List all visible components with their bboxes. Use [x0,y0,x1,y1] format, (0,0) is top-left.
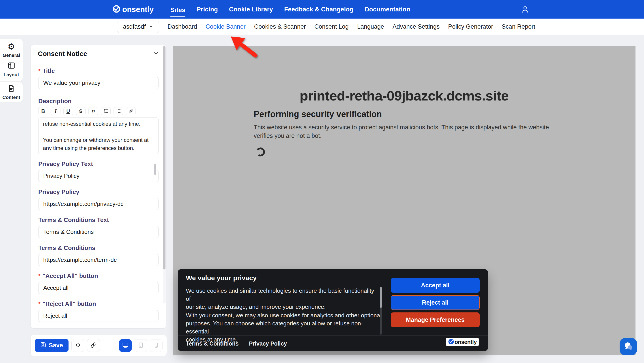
site-selector-dropdown[interactable]: asdfasdf [117,20,159,33]
reject-all-input[interactable] [38,310,158,322]
unordered-list-button[interactable] [114,107,123,115]
save-floppy-icon [40,342,46,349]
loading-spinner [255,147,266,157]
copy-link-button[interactable] [87,339,100,352]
gear-icon: ⚙ [8,42,15,51]
link-icon [128,108,134,114]
nav-item-feedback-changelog[interactable]: Feedback & Changelog [284,4,354,14]
cookie-consent-banner: We value your privacy We use cookies and… [178,269,488,351]
reject-all-field: * "Reject All" button [38,301,158,322]
bold-icon: B [41,108,45,114]
privacy-policy-url-input[interactable] [38,198,158,210]
bold-button[interactable]: B [38,107,48,115]
rail-item-general[interactable]: ⚙ General [2,42,20,58]
banner-scrollbar-thumb[interactable] [380,287,382,308]
nav-item-cookie-library[interactable]: Cookie Library [229,4,273,14]
document-icon [8,85,15,93]
link-icon [91,342,96,349]
rail-label-general: General [2,53,20,58]
consently-c-check-icon [112,4,121,14]
nav-item-pricing[interactable]: Pricing [196,4,218,14]
blockquote-icon: ” [91,108,95,114]
tab-cookie-banner[interactable]: Cookie Banner [206,23,246,30]
tab-consent-log[interactable]: Consent Log [314,23,349,30]
nav-item-sites[interactable]: Sites [170,5,186,16]
banner-footer-divider [178,336,488,336]
preview-device-toggle [119,339,162,352]
banner-paragraph-1: We use cookies and similar technologies … [186,287,378,311]
privacy-policy-text-label: Privacy Policy Text [38,161,158,168]
tablet-icon [138,342,144,349]
italic-button[interactable]: I [51,107,60,115]
nav-item-documentation[interactable]: Documentation [365,4,410,14]
tab-policy-generator[interactable]: Policy Generator [448,23,493,30]
banner-buttons: Accept all Reject all Manage Preferences [391,278,480,327]
terms-text-input[interactable] [38,226,158,238]
banner-scrollbar-track[interactable] [380,287,382,335]
consent-notice-panel: Consent Notice * Title Description [31,45,166,328]
preview-site-title: printed-retha-09jbazck.dcms.site [173,88,636,104]
consently-c-check-icon [448,339,454,346]
chat-launcher-button[interactable] [620,338,637,356]
banner-manage-preferences-button[interactable]: Manage Preferences [391,313,480,327]
rail-item-content[interactable]: Content [2,85,20,100]
panel-scrollbar-track[interactable] [163,46,166,304]
chevron-down-icon[interactable] [153,50,159,57]
consently-logo[interactable]: onsently [112,0,154,18]
banner-privacy-link[interactable]: Privacy Policy [249,341,287,347]
title-input[interactable] [38,77,158,89]
banner-accept-all-button[interactable]: Accept all [391,278,480,293]
panel-title: Consent Notice [38,50,87,57]
rail-item-layout[interactable]: Layout [4,61,19,77]
link-button[interactable] [126,107,136,115]
save-button[interactable]: Save [35,339,68,352]
strikethrough-icon: S [79,108,82,114]
brand-wordmark: onsently [122,5,154,14]
editor-rail-card-top: ⚙ General Layout [0,39,22,81]
panel-body: * Title Description B I U S ” [31,62,166,322]
consently-badge[interactable]: onsently [446,338,479,346]
tab-scan-report[interactable]: Scan Report [502,23,535,30]
tab-dashboard[interactable]: Dashboard [168,23,197,30]
description-textarea[interactable]: refuse non-essential cookies at any time… [38,117,158,154]
terms-text-field: Terms & Conditions Text [38,217,158,238]
editor-rail-card-content: Content [0,82,22,102]
primary-nav: Sites Pricing Cookie Library Feedback & … [170,0,410,18]
banner-preview-frame: printed-retha-09jbazck.dcms.site Perform… [173,46,636,356]
underline-button[interactable]: U [63,107,73,115]
underline-icon: U [66,108,70,114]
desktop-preview-button[interactable] [119,339,132,352]
tab-advance-settings[interactable]: Advance Settings [392,23,440,30]
accept-all-input[interactable] [38,282,158,294]
tablet-preview-button[interactable] [134,339,147,352]
tab-cookies-scanner[interactable]: Cookies & Scanner [254,23,306,30]
chevron-down-icon [149,23,153,30]
banner-reject-all-button[interactable]: Reject all [391,295,480,310]
terms-url-field: Terms & Conditions [38,245,158,266]
blockquote-button[interactable]: ” [88,107,98,115]
reject-all-label: * "Reject All" button [38,301,158,308]
tab-language[interactable]: Language [357,23,384,30]
description-scrollbar-thumb[interactable] [154,164,156,175]
terms-url-input[interactable] [38,254,158,266]
unordered-list-icon [116,108,121,114]
banner-paragraph-2: With your consent, we may also use cooki… [186,311,383,344]
consent-notice-header[interactable]: Consent Notice [31,45,166,62]
privacy-policy-text-input[interactable] [38,170,158,182]
save-actions-card: Save [31,335,166,356]
ordered-list-button[interactable] [101,107,110,115]
save-button-label: Save [49,342,63,349]
phone-preview-button[interactable] [150,339,162,352]
strikethrough-button[interactable]: S [76,107,86,115]
terms-url-label: Terms & Conditions [38,245,158,252]
profile-icon[interactable] [521,5,529,13]
banner-terms-link[interactable]: Terms & Conditions [186,341,239,347]
terms-text-label: Terms & Conditions Text [38,217,158,224]
panel-scrollbar-thumb[interactable] [163,46,166,270]
monitor-icon [122,342,128,349]
rail-label-layout: Layout [4,72,19,77]
embed-code-button[interactable] [72,339,84,352]
site-selector-value: asdfasdf [123,23,146,30]
red-annotation-arrow [224,31,269,67]
preview-heading: Performing security verification [254,109,636,119]
